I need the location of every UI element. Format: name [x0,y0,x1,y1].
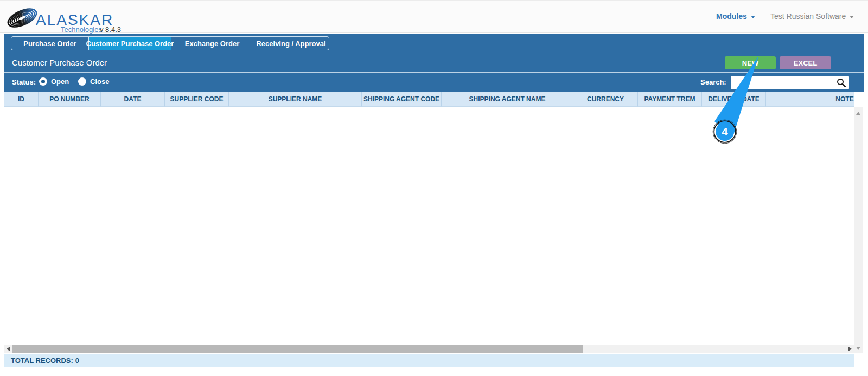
total-records: TOTAL RECORDS:0 [11,356,81,365]
status-close-option[interactable]: Close [78,77,109,86]
modules-label: Modules [716,12,747,21]
table-header-row: ID PO NUMBER DATE SUPPLIER CODE SUPPLIER… [4,92,854,107]
total-records-label: TOTAL RECORDS: [11,356,73,365]
radio-close[interactable] [78,77,86,86]
title-row: Customer Purchase Order NEW EXCEL [4,53,864,72]
tab-group: Purchase Order Customer Purchase Order E… [11,36,329,50]
column-header-supplier-code[interactable]: SUPPLIER CODE [165,92,229,107]
app-window: ALASKAR Technologies v 8.4.3 Modules Tes… [0,0,868,376]
new-button[interactable]: NEW [725,56,776,69]
user-menu[interactable]: Test Russian Software [770,12,854,21]
vertical-scrollbar[interactable] [854,107,863,353]
modules-menu[interactable]: Modules [716,12,755,21]
brand-version: v 8.4.3 [100,25,121,34]
brand-subtitle: Technologies [61,25,102,34]
top-header: ALASKAR Technologies v 8.4.3 Modules Tes… [0,0,868,33]
tab-receiving-approval[interactable]: Receiving / Approval [253,37,329,50]
tabs-row: Purchase Order Customer Purchase Order E… [4,34,864,53]
scroll-up-icon[interactable] [856,112,860,115]
horizontal-scrollbar[interactable] [4,345,854,353]
status-row: Status: Open Close Search: [4,72,864,92]
scroll-down-icon[interactable] [856,347,860,350]
footer-bar: TOTAL RECORDS:0 [4,354,854,367]
page-title: Customer Purchase Order [12,58,107,67]
radio-open-label: Open [51,77,69,86]
search-label: Search: [700,78,726,86]
scroll-left-icon[interactable] [7,347,10,351]
column-header-note[interactable]: NOTE [766,92,854,107]
total-records-value: 0 [75,356,79,365]
radio-open-selected[interactable] [39,77,47,86]
alaskar-logo: ALASKAR Technologies v 8.4.3 [4,3,129,34]
column-header-shipping-agent-name[interactable]: SHIPPING AGENT NAME [442,92,573,107]
caret-down-icon [751,16,755,18]
status-open-option[interactable]: Open [39,77,69,86]
user-label: Test Russian Software [770,12,846,21]
excel-button[interactable]: EXCEL [780,56,831,69]
tab-exchange-order[interactable]: Exchange Order [171,37,253,50]
radio-close-label: Close [90,77,109,86]
column-header-currency[interactable]: CURRENCY [573,92,638,107]
search-input[interactable] [731,76,849,89]
scroll-right-icon[interactable] [848,347,852,351]
tab-purchase-order[interactable]: Purchase Order [11,37,89,50]
column-header-po-number[interactable]: PO NUMBER [39,92,101,107]
tab-customer-purchase-order[interactable]: Customer Purchase Order [89,37,171,50]
status-label: Status: [12,78,36,86]
caret-down-icon [850,16,854,18]
orders-table: ID PO NUMBER DATE SUPPLIER CODE SUPPLIER… [4,92,854,345]
main-panel: Purchase Order Customer Purchase Order E… [4,34,864,92]
column-header-shipping-agent-code[interactable]: SHIPPING AGENT CODE [362,92,442,107]
horizontal-scroll-thumb[interactable] [12,345,583,353]
column-header-date[interactable]: DATE [101,92,165,107]
swirl-icon [5,5,39,31]
table-body-empty [4,107,854,345]
column-header-delivery-date[interactable]: DELIVERY DATE [702,92,766,107]
column-header-supplier-name[interactable]: SUPPLIER NAME [229,92,362,107]
column-header-id[interactable]: ID [4,92,39,107]
column-header-payment-trem[interactable]: PAYMENT TREM [638,92,702,107]
